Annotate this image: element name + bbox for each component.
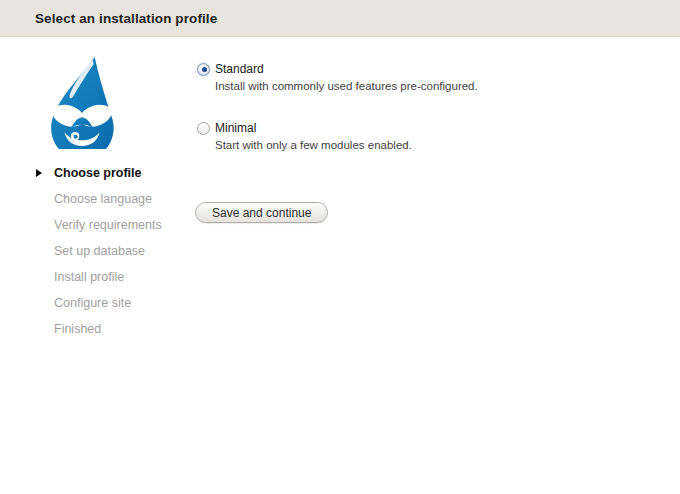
standard-radio-button[interactable] — [197, 63, 210, 76]
sidebar-item-label: Set up database — [54, 244, 145, 258]
standard-radio-row[interactable]: Standard — [197, 62, 617, 76]
profile-form: Standard Install with commonly used feat… — [197, 62, 617, 223]
sidebar-item-choose-profile: Choose profile — [36, 160, 162, 186]
page-title: Select an installation profile — [0, 0, 680, 37]
sidebar-item-label: Choose profile — [54, 166, 142, 180]
standard-description: Install with commonly used features pre-… — [215, 80, 617, 92]
sidebar-item-label: Install profile — [54, 270, 124, 284]
profile-option-standard: Standard Install with commonly used feat… — [197, 62, 617, 92]
sidebar-item-verify-requirements: Verify requirements — [36, 212, 162, 238]
sidebar-item-finished: Finished — [36, 316, 162, 342]
installer-page: Select an installation profile — [0, 0, 680, 494]
install-task-list: Choose profile Choose language Verify re… — [36, 160, 162, 342]
profile-option-minimal: Minimal Start with only a few modules en… — [197, 121, 617, 151]
sidebar-item-configure-site: Configure site — [36, 290, 162, 316]
sidebar-item-label: Verify requirements — [54, 218, 162, 232]
current-step-arrow-icon — [36, 169, 42, 177]
sidebar-item-label: Choose language — [54, 192, 152, 206]
sidebar-item-install-profile: Install profile — [36, 264, 162, 290]
drupal-logo-icon — [39, 55, 125, 149]
sidebar-item-choose-language: Choose language — [36, 186, 162, 212]
page-header: Select an installation profile — [0, 0, 680, 37]
standard-radio-label[interactable]: Standard — [215, 62, 264, 76]
minimal-radio-label[interactable]: Minimal — [215, 121, 256, 135]
minimal-radio-row[interactable]: Minimal — [197, 121, 617, 135]
save-and-continue-button[interactable]: Save and continue — [195, 202, 328, 223]
minimal-radio-button[interactable] — [197, 122, 210, 135]
sidebar-item-label: Finished — [54, 322, 101, 336]
minimal-description: Start with only a few modules enabled. — [215, 139, 617, 151]
sidebar-item-label: Configure site — [54, 296, 131, 310]
sidebar-item-set-up-database: Set up database — [36, 238, 162, 264]
